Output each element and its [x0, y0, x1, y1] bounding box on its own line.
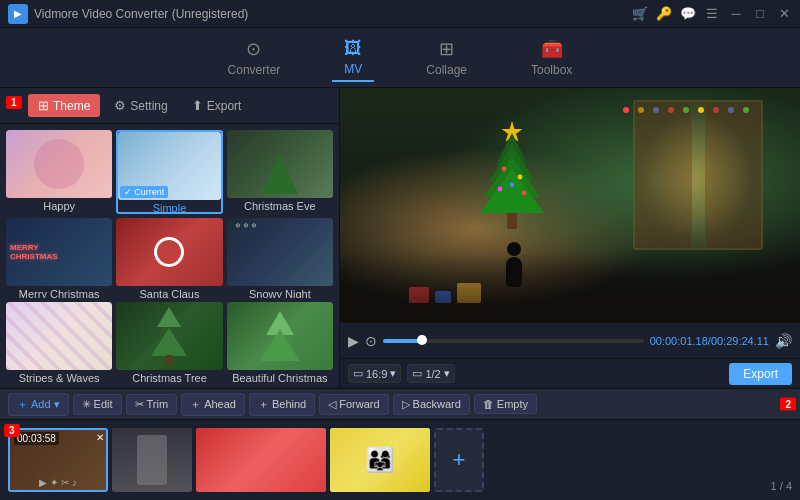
backward-icon: ▷ — [402, 398, 410, 411]
clip-4-thumbnail: 👨‍👩‍👧 — [330, 428, 430, 492]
page-chevron-icon: ▾ — [444, 367, 450, 380]
player-bottom-bar: ▭ 16:9 ▾ ▭ 1/2 ▾ Export — [340, 358, 800, 388]
toolbox-label: Toolbox — [531, 63, 572, 77]
theme-beautiful-christmas-thumb — [227, 302, 333, 370]
theme-santa-claus-label: Santa Claus — [116, 286, 222, 298]
theme-snowy-night[interactable]: ❄ ❄ ❄ Snowy Night — [227, 218, 333, 298]
theme-tab-label: Theme — [53, 99, 90, 113]
theme-happy-label: Happy — [6, 198, 112, 214]
svg-point-8 — [510, 183, 515, 188]
video-preview — [340, 88, 800, 322]
clip-1-scissors-btn[interactable]: ✂ — [61, 477, 69, 488]
tab-toolbox[interactable]: 🧰 Toolbox — [519, 34, 584, 81]
edit-icon: ✳ — [82, 398, 91, 411]
step-1-badge: 1 — [6, 96, 22, 109]
aspect-ratio-select[interactable]: ▭ 16:9 ▾ — [348, 364, 401, 383]
key-icon[interactable]: 🔑 — [656, 6, 672, 22]
theme-grid: Happy ✓ Current Simple Christmas Eve — [0, 124, 339, 388]
clip-1-close-button[interactable]: ✕ — [96, 432, 104, 443]
main-content: 1 ⊞ Theme ⚙ Setting ⬆ Export — [0, 88, 800, 388]
empty-icon: 🗑 — [483, 398, 494, 410]
minimize-icon[interactable]: ─ — [728, 6, 744, 22]
step-2-badge: 2 — [780, 398, 796, 411]
theme-beautiful-christmas[interactable]: Beautiful Christmas — [227, 302, 333, 382]
theme-stripes-waves-label: Stripes & Waves — [6, 370, 112, 382]
player-controls: ▶ ⊙ 00:00:01.18/00:29:24.11 🔊 — [340, 322, 800, 358]
app-title: Vidmore Video Converter (Unregistered) — [34, 7, 632, 21]
ahead-button[interactable]: ＋ Ahead — [181, 393, 245, 416]
right-panel: ▶ ⊙ 00:00:01.18/00:29:24.11 🔊 ▭ 16:9 ▾ ▭… — [340, 88, 800, 388]
stop-button[interactable]: ⊙ — [365, 333, 377, 349]
theme-christmas-tree[interactable]: Christmas Tree — [116, 302, 222, 382]
time-display: 00:00:01.18/00:29:24.11 — [650, 335, 769, 347]
theme-grid-icon: ⊞ — [38, 98, 49, 113]
cart-icon[interactable]: 🛒 — [632, 6, 648, 22]
tab-theme[interactable]: ⊞ Theme — [28, 94, 100, 117]
tab-mv[interactable]: 🖼 MV — [332, 34, 374, 82]
tab-export[interactable]: ⬆ Export — [182, 94, 252, 117]
edit-button[interactable]: ✳ Edit — [73, 394, 122, 415]
progress-bar[interactable] — [383, 339, 644, 343]
left-panel: 1 ⊞ Theme ⚙ Setting ⬆ Export — [0, 88, 340, 388]
add-clip-button[interactable]: + — [434, 428, 484, 492]
theme-christmas-tree-label: Christmas Tree — [116, 370, 222, 382]
progress-dot — [417, 335, 427, 345]
export-icon: ⬆ — [192, 98, 203, 113]
theme-merry-christmas[interactable]: MERRYCHRISTMAS Merry Christmas — [6, 218, 112, 298]
tab-setting[interactable]: ⚙ Setting — [104, 94, 177, 117]
current-badge: ✓ Current — [120, 186, 168, 198]
backward-button[interactable]: ▷ Backward — [393, 394, 470, 415]
timeline-clip-1[interactable]: 00:03:58 ✕ ▶ ✦ ✂ ♪ — [8, 428, 108, 492]
tab-collage[interactable]: ⊞ Collage — [414, 34, 479, 81]
preview-background — [340, 88, 800, 322]
volume-button[interactable]: 🔊 — [775, 333, 792, 349]
empty-button[interactable]: 🗑 Empty — [474, 394, 537, 414]
export-button[interactable]: Export — [729, 363, 792, 385]
close-icon[interactable]: ✕ — [776, 6, 792, 22]
add-icon: ＋ — [17, 397, 28, 412]
chat-icon[interactable]: 💬 — [680, 6, 696, 22]
restore-icon[interactable]: □ — [752, 6, 768, 22]
tab-converter[interactable]: ⊙ Converter — [216, 34, 293, 81]
export-tab-label: Export — [207, 99, 242, 113]
collage-icon: ⊞ — [439, 38, 454, 60]
theme-merry-christmas-label: Merry Christmas — [6, 286, 112, 298]
menu-icon[interactable]: ☰ — [704, 6, 720, 22]
trim-button[interactable]: ✂ Trim — [126, 394, 178, 415]
step-3-badge: 3 — [4, 424, 20, 437]
play-button[interactable]: ▶ — [348, 333, 359, 349]
theme-stripes-waves[interactable]: Stripes & Waves — [6, 302, 112, 382]
svg-point-7 — [518, 175, 523, 180]
clip-3-thumbnail — [196, 428, 326, 492]
theme-santa-claus[interactable]: Santa Claus — [116, 218, 222, 298]
behind-button[interactable]: ＋ Behind — [249, 393, 315, 416]
setting-tab-label: Setting — [130, 99, 167, 113]
clip-1-audio-btn[interactable]: ♪ — [72, 477, 77, 488]
theme-christmas-eve[interactable]: Christmas Eve — [227, 130, 333, 214]
theme-christmas-eve-thumb — [227, 130, 333, 198]
timeline-clip-3[interactable] — [196, 428, 326, 492]
mv-label: MV — [344, 62, 362, 76]
ahead-icon: ＋ — [190, 397, 201, 412]
timeline-clip-2[interactable] — [112, 428, 192, 492]
theme-santa-claus-thumb — [116, 218, 222, 286]
theme-simple[interactable]: ✓ Current Simple — [116, 130, 222, 214]
forward-button[interactable]: ◁ Forward — [319, 394, 388, 415]
theme-christmas-tree-thumb — [116, 302, 222, 370]
page-select[interactable]: ▭ 1/2 ▾ — [407, 364, 454, 383]
theme-simple-thumb: ✓ Current — [118, 132, 220, 200]
behind-icon: ＋ — [258, 397, 269, 412]
page-icon: ▭ — [412, 367, 422, 380]
collage-label: Collage — [426, 63, 467, 77]
theme-happy[interactable]: Happy — [6, 130, 112, 214]
clip-1-edit-btn[interactable]: ✦ — [50, 477, 58, 488]
theme-snowy-night-label: Snowy Night — [227, 286, 333, 298]
timeline: 3 00:03:58 ✕ ▶ ✦ ✂ ♪ 👨‍👩‍👧 — [0, 420, 800, 500]
mv-icon: 🖼 — [344, 38, 362, 59]
add-button[interactable]: ＋ Add ▾ — [8, 393, 69, 416]
svg-point-10 — [522, 191, 527, 196]
svg-point-9 — [498, 187, 503, 192]
clip-1-play-btn[interactable]: ▶ — [39, 477, 47, 488]
theme-snowy-night-thumb: ❄ ❄ ❄ — [227, 218, 333, 286]
timeline-clip-4[interactable]: 👨‍👩‍👧 — [330, 428, 430, 492]
